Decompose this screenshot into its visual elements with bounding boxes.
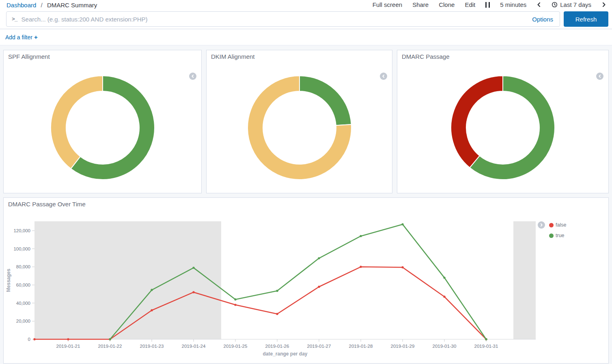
dashboard-grid: SPF Allignment DKIM Alignment DMARC Pass… (0, 45, 612, 364)
x-axis-tick-label: 2019-01-21 (56, 344, 80, 349)
menu-item-edit[interactable]: Edit (465, 1, 475, 8)
query-prompt-icon: >_ (12, 16, 17, 22)
add-filter-label: Add a filter (5, 34, 32, 41)
partial-bucket-zone-right (513, 221, 536, 339)
x-axis-title: date_range per day (263, 351, 307, 357)
data-point-false[interactable] (67, 338, 69, 340)
x-axis-tick-label: 2019-01-27 (307, 344, 331, 349)
data-point-true[interactable] (360, 235, 362, 237)
x-axis-tick-label: 2019-01-24 (182, 344, 206, 349)
breadcrumb: Dashboard / DMARC Summary (6, 2, 97, 9)
x-axis-tick-label: 2019-01-23 (140, 344, 164, 349)
add-filter-button[interactable]: Add a filter+ (5, 34, 38, 41)
x-axis-tick-label: 2019-01-28 (349, 344, 373, 349)
data-point-false[interactable] (443, 295, 445, 298)
donut-chart-dmarc (397, 75, 608, 180)
donut-segment-red[interactable] (451, 76, 503, 168)
breadcrumb-dashboard-link[interactable]: Dashboard (6, 2, 36, 9)
pause-autorefresh-icon[interactable] (485, 2, 490, 8)
legend-toggle-button[interactable] (538, 221, 545, 229)
y-axis-tick-label: 80,000 (16, 264, 30, 269)
data-point-true[interactable] (276, 290, 278, 292)
y-axis-tick-label: 40,000 (16, 301, 30, 306)
donut-segment-yellow[interactable] (51, 76, 103, 169)
chevron-right-icon (539, 223, 543, 227)
chevron-left-icon (191, 74, 195, 78)
time-range-picker[interactable]: Last 7 days (552, 1, 591, 8)
query-options-link[interactable]: Options (532, 16, 553, 23)
time-range-next-button[interactable] (601, 2, 606, 7)
donut-segment-green[interactable] (300, 76, 351, 125)
top-navigation-bar: Dashboard / DMARC Summary Full screen Sh… (0, 0, 612, 11)
query-bar: >_ Options Refresh (0, 11, 612, 29)
legend-toggle-button[interactable] (189, 73, 196, 80)
data-point-true[interactable] (401, 223, 403, 225)
legend-toggle-button[interactable] (596, 73, 603, 80)
donut-chart-spf (4, 75, 201, 180)
legend-dot-false (549, 223, 554, 227)
legend-item-true[interactable]: true (556, 233, 565, 238)
y-axis-tick-label: 20,000 (16, 319, 30, 323)
data-point-false[interactable] (151, 309, 153, 311)
data-point-false[interactable] (276, 313, 278, 315)
data-point-true[interactable] (151, 289, 153, 291)
menu-item-clone[interactable]: Clone (439, 1, 455, 8)
top-menu: Full screen Share Clone Edit 5 minutes L… (373, 1, 606, 8)
x-axis-tick-label: 2019-01-26 (265, 344, 289, 349)
page-title: DMARC Summary (47, 2, 97, 9)
chevron-right-icon (601, 2, 606, 7)
refresh-button[interactable]: Refresh (564, 11, 608, 27)
legend-toggle-button[interactable] (380, 73, 387, 80)
panel-title-dkim: DKIM Alignment (207, 50, 392, 62)
y-axis-tick-label: 0 (28, 337, 30, 342)
data-point-true[interactable] (485, 338, 487, 340)
panel-title-dmarc-over-time: DMARC Passage Over Time (4, 198, 608, 209)
line-chart: 2019-01-212019-01-222019-01-232019-01-24… (4, 210, 608, 364)
data-point-true[interactable] (318, 257, 320, 259)
data-point-false[interactable] (360, 266, 362, 268)
donut-chart-dkim (207, 75, 392, 180)
data-point-true[interactable] (109, 338, 111, 340)
panel-dkim-alignment: DKIM Alignment (206, 50, 392, 193)
time-range-label: Last 7 days (560, 1, 591, 8)
data-point-false[interactable] (234, 304, 236, 306)
breadcrumb-separator: / (41, 2, 43, 9)
search-box: >_ Options (6, 11, 560, 27)
panel-dmarc-passage: DMARC Passage (397, 50, 609, 193)
y-axis-tick-label: 100,000 (13, 246, 30, 251)
data-point-false[interactable] (318, 286, 320, 288)
data-point-false[interactable] (192, 291, 194, 293)
chevron-left-icon (598, 74, 602, 78)
menu-item-full-screen[interactable]: Full screen (373, 1, 402, 8)
time-range-previous-button[interactable] (537, 2, 541, 7)
data-point-true[interactable] (234, 298, 236, 300)
panel-title-dmarc: DMARC Passage (397, 50, 608, 62)
x-axis-tick-label: 2019-01-22 (98, 344, 122, 349)
y-axis-tick-label: 60,000 (16, 283, 30, 287)
y-axis-title: Messages (6, 268, 11, 292)
data-point-true[interactable] (443, 276, 445, 278)
y-axis-tick-label: 120,000 (13, 228, 30, 233)
partial-bucket-zone-left (34, 221, 221, 339)
chevron-left-icon (381, 74, 386, 78)
x-axis-tick-label: 2019-01-30 (433, 344, 457, 349)
plus-icon: + (34, 34, 38, 41)
panel-title-spf: SPF Allignment (4, 50, 201, 62)
data-point-false[interactable] (33, 338, 35, 340)
clock-icon (552, 2, 558, 8)
search-input[interactable] (22, 16, 526, 23)
refresh-interval-button[interactable]: 5 minutes (500, 1, 526, 8)
x-axis-tick-label: 2019-01-29 (391, 344, 415, 349)
panel-spf-alignment: SPF Allignment (3, 50, 202, 193)
x-axis-tick-label: 2019-01-31 (474, 344, 498, 349)
filter-bar: Add a filter+ (0, 29, 612, 45)
data-point-false[interactable] (401, 266, 403, 268)
chart-legend: false true (538, 220, 566, 241)
legend-dot-true (549, 233, 554, 238)
panel-dmarc-over-time: DMARC Passage Over Time 2019-01-212019-0… (3, 197, 609, 364)
x-axis-tick-label: 2019-01-25 (224, 344, 248, 349)
chevron-left-icon (537, 2, 541, 7)
menu-item-share[interactable]: Share (412, 1, 429, 8)
data-point-true[interactable] (192, 267, 194, 269)
legend-item-false[interactable]: false (556, 222, 566, 228)
